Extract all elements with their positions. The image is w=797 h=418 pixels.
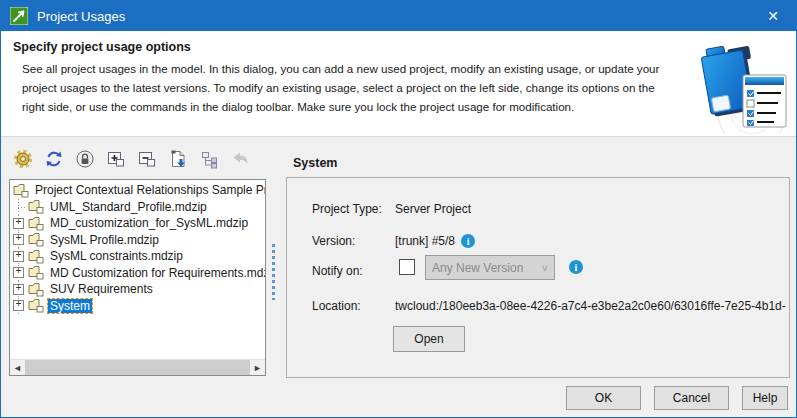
tree-row[interactable]: + SUV Requirements bbox=[10, 281, 265, 298]
project-usage-illustration bbox=[686, 33, 792, 134]
tree-item-label: Project Contextual Relationships Sample … bbox=[33, 183, 266, 197]
tree-item-label-selected: System bbox=[48, 299, 92, 313]
undo-icon[interactable] bbox=[228, 147, 252, 171]
header-description: See all project usages in the model. In … bbox=[22, 59, 678, 116]
horizontal-scrollbar[interactable]: ◄ ► bbox=[10, 359, 265, 375]
expand-plus-icon[interactable]: + bbox=[13, 234, 24, 245]
tree-connector bbox=[12, 199, 27, 216]
tree-row[interactable]: UML_Standard_Profile.mdzip bbox=[10, 199, 265, 216]
project-structure-icon[interactable] bbox=[197, 147, 221, 171]
lock-icon[interactable] bbox=[73, 147, 97, 171]
window-title: Project Usages bbox=[37, 9, 125, 24]
project-icon bbox=[28, 216, 45, 231]
notify-info-icon[interactable]: i bbox=[569, 260, 583, 274]
tree-connector: + bbox=[12, 281, 27, 298]
project-type-label: Project Type: bbox=[312, 202, 382, 216]
project-icon bbox=[28, 249, 45, 264]
tree-item-label: SUV Requirements bbox=[48, 282, 155, 296]
tree-connector: + bbox=[12, 232, 27, 249]
used-projects-tree-panel: Project Contextual Relationships Sample … bbox=[9, 179, 266, 376]
update-project-icon[interactable] bbox=[166, 147, 190, 171]
tree-item-label: MD Customization for Requirements.mdzip bbox=[48, 266, 266, 280]
project-usages-dialog: Project Usages ✕ Specify project usage o… bbox=[0, 0, 797, 418]
version-value: [trunk] #5/8 bbox=[395, 234, 455, 248]
expand-plus-icon[interactable]: + bbox=[13, 251, 24, 262]
tree-item-label: UML_Standard_Profile.mdzip bbox=[48, 200, 209, 214]
project-icon bbox=[28, 282, 45, 297]
details-groupbox: Project Type: Server Project Version: [t… bbox=[286, 177, 790, 378]
settings-gear-icon[interactable] bbox=[11, 147, 35, 171]
project-icon bbox=[28, 298, 45, 313]
tree-connector: + bbox=[12, 265, 27, 282]
scrollbar-thumb[interactable] bbox=[25, 360, 250, 375]
expand-plus-icon[interactable]: + bbox=[13, 284, 24, 295]
dialog-footer: OK Cancel Help bbox=[1, 378, 796, 417]
close-button[interactable]: ✕ bbox=[750, 1, 796, 31]
project-type-value: Server Project bbox=[395, 202, 471, 216]
panel-splitter-grip[interactable] bbox=[272, 244, 276, 300]
location-label: Location: bbox=[312, 299, 361, 313]
tree-connector: + bbox=[12, 248, 27, 265]
notify-checkbox[interactable] bbox=[399, 259, 415, 275]
help-button[interactable]: Help bbox=[742, 386, 788, 410]
chevron-down-icon: ˅ bbox=[542, 262, 548, 274]
project-icon bbox=[28, 199, 45, 214]
title-bar: Project Usages ✕ bbox=[1, 1, 796, 31]
tree-item-label: SysML Profile.mdzip bbox=[48, 233, 161, 247]
refresh-icon[interactable] bbox=[42, 147, 66, 171]
dialog-header: Specify project usage options See all pr… bbox=[1, 31, 796, 137]
tree-row[interactable]: + SysML Profile.mdzip bbox=[10, 232, 265, 249]
header-title: Specify project usage options bbox=[13, 40, 191, 54]
remove-used-project-icon[interactable] bbox=[135, 147, 159, 171]
cancel-button[interactable]: Cancel bbox=[654, 386, 729, 410]
details-title: System bbox=[293, 156, 337, 170]
ok-button[interactable]: OK bbox=[566, 386, 641, 410]
tree-row-selected[interactable]: + System bbox=[10, 298, 265, 315]
tree-connector: + bbox=[12, 298, 27, 315]
tree-connector: + bbox=[12, 215, 27, 232]
expand-plus-icon[interactable]: + bbox=[13, 300, 24, 311]
version-label: Version: bbox=[312, 234, 355, 248]
used-projects-tree: Project Contextual Relationships Sample … bbox=[10, 180, 265, 314]
notify-on-label: Notify on: bbox=[312, 264, 363, 278]
open-button[interactable]: Open bbox=[393, 326, 465, 352]
expand-plus-icon[interactable]: + bbox=[13, 218, 24, 229]
app-icon bbox=[10, 7, 28, 25]
location-value: twcloud:/180eeb3a-08ee-4226-a7c4-e3be2a2… bbox=[395, 299, 786, 313]
scroll-right-icon[interactable]: ► bbox=[250, 360, 265, 376]
tree-row[interactable]: + SysML constraints.mdzip bbox=[10, 248, 265, 265]
tree-row-root[interactable]: Project Contextual Relationships Sample … bbox=[10, 182, 265, 199]
tree-item-label: SysML constraints.mdzip bbox=[48, 249, 185, 263]
scroll-left-icon[interactable]: ◄ bbox=[10, 360, 25, 376]
project-icon bbox=[28, 265, 45, 280]
tree-item-label: MD_customization_for_SysML.mdzip bbox=[48, 216, 250, 230]
project-icon bbox=[28, 232, 45, 247]
dialog-toolbar bbox=[11, 147, 252, 171]
notify-version-dropdown: Any New Version ˅ bbox=[425, 255, 555, 280]
tree-row[interactable]: + MD_customization_for_SysML.mdzip bbox=[10, 215, 265, 232]
expand-plus-icon[interactable]: + bbox=[13, 267, 24, 278]
add-used-project-icon[interactable] bbox=[104, 147, 128, 171]
version-info-icon[interactable]: i bbox=[461, 234, 475, 248]
notify-dropdown-value: Any New Version bbox=[432, 261, 523, 275]
project-icon bbox=[13, 183, 30, 198]
tree-row[interactable]: + MD Customization for Requirements.mdzi… bbox=[10, 265, 265, 282]
